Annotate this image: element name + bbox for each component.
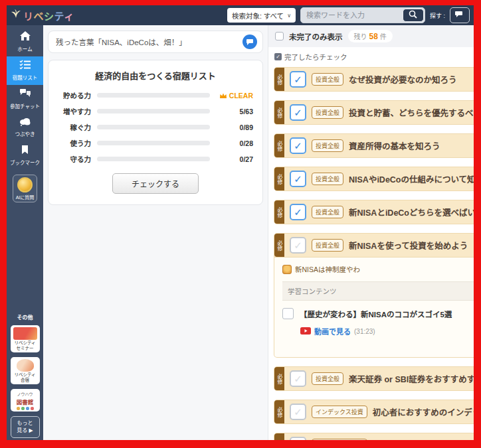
find-chat-button[interactable] [450,7,470,23]
task-filter-bar: 未完了のみ表示 残り 58 件 [268,25,474,47]
required-tag: 必修 [274,134,284,157]
required-tag: 必修 [274,101,284,124]
task-checkbox[interactable]: ✓ [290,104,306,121]
task-list-panel: 未完了のみ表示 残り 58 件 ✓ 完了したらチェック 必修 ✓投資全般なぜ投資… [268,25,474,440]
progress-label: 増やす力 [58,106,91,116]
progress-label: 貯める力 [58,90,91,100]
sidebar-item-home[interactable]: ホーム [7,27,43,56]
progress-value: 5/63 [216,108,253,115]
others-label: その他 [17,313,33,321]
task-title: 何を買えば良い？学長オススメのインデックス [373,439,474,440]
sidebar-item-tweet[interactable]: つぶやき [7,113,43,141]
progress-value: 0/27 [216,155,253,163]
category-tag: 投資全般 [312,372,343,385]
task-row[interactable]: 必修 ✓投資全般投資と貯蓄、どちらを優先するべきかを知ろう [274,100,474,125]
see-more-label-bottom: 見る ▶ [17,427,33,434]
required-tag: 必修 [274,167,284,190]
category-tag: 投資全般 [312,139,343,152]
task-checkbox[interactable]: ✓ [290,137,306,154]
app-logo[interactable]: リベシティ [11,9,74,23]
video-link-row: 動画で見る (31:23) [300,325,474,337]
category-tag: インデックス投資 [312,439,367,440]
library-color-dots-icon [17,407,34,410]
required-tag: 必修 [274,367,284,390]
incomplete-only-checkbox[interactable] [275,32,284,40]
category-tag: インデックス投資 [312,406,367,418]
chat-bubble-icon [455,9,464,21]
task-row[interactable]: 必修 ✓投資全般なぜ投資が必要なのか知ろう [274,67,474,92]
search-button[interactable] [403,9,424,22]
homework-card-title: 経済的自由をつくる宿題リスト [58,69,253,82]
tweet-cloud-icon [19,117,31,129]
sidebar-item-label: 宿題リスト [13,74,38,81]
see-more-button[interactable]: もっと 見る ▶ [11,416,40,438]
progress-row-earn: 稼ぐ力 0/89 [58,122,253,132]
category-tag: 投資全般 [312,106,343,119]
required-tag: 必修 [274,433,284,440]
crown-icon [219,92,227,99]
task-row[interactable]: 必修 ✓投資全般新NISAを使って投資を始めよう [274,233,474,258]
sidebar-item-homework-list[interactable]: 宿題リスト [7,56,43,85]
category-tag: 投資全般 [312,206,343,218]
task-checkbox[interactable]: ✓ [290,404,306,420]
task-row[interactable]: 必修 ✓インデックス投資初心者におすすめのインデックス投資について [274,400,474,424]
left-sidebar: ホーム 宿題リスト 参加チャット つぶやき ブックマーク AIに質問 [7,25,43,440]
category-tag: 投資全般 [312,73,343,86]
sidebar-item-join-chat[interactable]: 参加チャット [7,85,43,113]
remaining-words-text: 残った言葉「NISA、iDeCoは、畑！」 [56,37,187,47]
task-checkbox[interactable]: ✓ [290,437,306,440]
search-scope-value: 検索対象: すべて [232,11,284,21]
progress-row-save: 貯める力 CLEAR [58,90,253,100]
find-label: 探す : [430,11,445,20]
task-title: 投資と貯蓄、どちらを優先するべきかを知ろう [349,106,474,119]
ai-coin-icon [17,177,33,192]
phrase-chat-button[interactable] [242,35,257,49]
sidebar-item-label: ブックマーク [10,159,40,166]
sidebar-bottom-group: その他 リベシティセミナー リベシティ合宿 ノウハウ 図書館 もっと 見る ▶ [11,313,40,441]
search-bar [300,7,425,23]
mascot-comment-row: 新NISAは神制度やわ [282,264,474,274]
watch-video-link[interactable]: 動画で見る [314,326,351,336]
task-row[interactable]: 必修 ✓インデックス投資何を買えば良い？学長オススメのインデックス [274,433,474,440]
task-checkbox[interactable]: ✓ [290,171,306,187]
camp-label: リベシティ合宿 [14,372,35,383]
sidebar-item-ask-ai[interactable]: AIに質問 [13,175,38,202]
task-title: 楽天証券 or SBI証券をおすすめする理由を知ろう [349,372,474,385]
task-row[interactable]: 必修 ✓投資全般楽天証券 or SBI証券をおすすめする理由を知ろう [274,366,474,391]
content-checkbox[interactable] [282,308,294,319]
phrase-card: 残った言葉「NISA、iDeCoは、畑！」 [48,31,263,53]
task-checkbox[interactable]: ✓ [290,370,306,387]
library-label-bottom: 図書館 [17,398,34,406]
check-button[interactable]: チェックする [112,173,199,194]
progress-value: 0/28 [216,139,253,147]
incomplete-only-label: 未完了のみ表示 [289,31,343,42]
task-group-expanded: 必修 ✓投資全般新NISAを使って投資を始めよう 新NISAは神制度やわ 学習コ… [274,233,474,358]
progress-track [97,109,210,113]
sidebar-item-bookmark[interactable]: ブックマーク [7,141,43,170]
task-row[interactable]: 必修 ✓投資全般NISAやiDeCoの仕組みについて知ろう [274,167,474,191]
progress-track [97,125,210,129]
task-checkbox[interactable]: ✓ [290,237,306,254]
lion-avatar-icon [282,265,292,274]
check-hint-label: 完了したらチェック [284,52,347,62]
task-title: 新NISAとiDeCoどちらを選べばいいか知ろう [349,206,474,218]
sidebar-item-seminar[interactable]: リベシティセミナー [11,325,40,352]
search-input[interactable] [301,8,402,23]
search-scope-select[interactable]: 検索対象: すべて ∨ [227,8,296,23]
leaf-logo-icon [11,9,21,22]
task-checkbox[interactable]: ✓ [290,204,306,220]
bookmark-icon [21,145,29,157]
screenshot-frame: リベシティ 検索対象: すべて ∨ 探す : [0,0,481,448]
sidebar-item-label: ホーム [17,45,32,52]
task-checkbox[interactable]: ✓ [290,71,306,88]
sidebar-item-label: つぶやき [15,130,35,137]
task-row[interactable]: 必修 ✓投資全般新NISAとiDeCoどちらを選べばいいか知ろう [274,200,474,224]
youtube-icon [300,325,311,337]
sidebar-item-knowhow-library[interactable]: ノウハウ 図書館 [11,389,40,411]
seminar-label: リベシティセミナー [14,340,35,351]
sidebar-item-camp[interactable]: リベシティ合宿 [11,357,40,384]
remaining-badge: 残り 58 件 [348,30,393,42]
task-title: 初心者におすすめのインデックス投資について [373,406,474,418]
home-icon [19,31,31,44]
task-row[interactable]: 必修 ✓投資全般資産所得の基本を知ろう [274,133,474,158]
